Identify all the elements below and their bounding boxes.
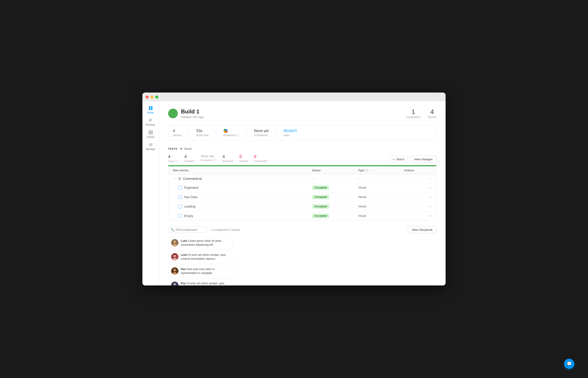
- component-stat: 1 Component: [406, 108, 421, 119]
- stories-stat: 4 Stories: [428, 108, 437, 119]
- denied-count: 0: [240, 154, 248, 159]
- comment-item: Leah Ut enim ad minim veniam, quis nostr…: [168, 251, 232, 263]
- stat-tests: 4 Tests ?: [168, 154, 178, 163]
- empty-label: Empty: [184, 214, 193, 218]
- sidebar-item-manage[interactable]: Manage: [144, 141, 158, 152]
- svg-point-18: [173, 269, 176, 271]
- avatar-luke: [171, 239, 178, 246]
- maximize-button[interactable]: [155, 95, 158, 98]
- manage-icon: [148, 142, 153, 147]
- stories-table: New stories Status Type ? Actions ▾ ⊞ Co…: [168, 166, 437, 221]
- titlebar: [142, 93, 446, 101]
- meta-buildtime-value: 53s: [196, 129, 208, 133]
- minimize-button[interactable]: [150, 95, 153, 98]
- svg-point-12: [173, 241, 176, 243]
- close-button[interactable]: [146, 95, 149, 98]
- storybook-left: 🔍 1 component 4 stories: [168, 227, 240, 233]
- comment-text-poe: Poe Ut enim ad minim veniam, quis nostru…: [181, 282, 230, 285]
- view-changes-button[interactable]: View changes: [410, 156, 437, 163]
- meta-stories-value: 4: [173, 129, 181, 133]
- story-icon: [178, 195, 182, 199]
- build-stats-right: 1 Component 4 Stories: [406, 108, 437, 119]
- main-content: Build 1 Initiated 15m ago 1 Component 4 …: [159, 101, 446, 285]
- app-body: Builds Reviews: [142, 101, 446, 285]
- table-row: Empty Accepted Visual ↩: [168, 211, 436, 220]
- tests-actions: ✓: Batch View changes: [389, 156, 437, 163]
- row-loading-name: Loading: [173, 205, 312, 208]
- search-icon: 🔍: [171, 228, 174, 231]
- commit-link[interactable]: 05c6a7f: [283, 129, 297, 133]
- svg-rect-4: [149, 131, 150, 132]
- check-action-icon[interactable]: ↩: [429, 195, 432, 199]
- svg-rect-0: [149, 106, 150, 108]
- check-action-icon[interactable]: ↩: [429, 186, 432, 189]
- tests-header: TESTS 👁 Visual: [168, 147, 437, 151]
- build-subtitle: Initiated 15m ago: [181, 115, 204, 119]
- sidebar-item-reviews[interactable]: Reviews: [144, 116, 158, 127]
- storybook-section: 🔍 1 component 4 stories View Storybook: [168, 226, 437, 285]
- meta-ui-reviews: None yet UI Reviews: [254, 129, 276, 137]
- batch-button[interactable]: ✓: Batch: [389, 156, 408, 162]
- build-title: Build 1: [181, 108, 204, 115]
- browsers-info-icon[interactable]: ?: [236, 134, 239, 137]
- check-icon[interactable]: ✓: [429, 177, 432, 180]
- table-row: Has Data Accepted Visual ↩: [168, 192, 436, 202]
- sidebar-item-library[interactable]: Library: [144, 128, 158, 140]
- view-mode-label: Visual: [184, 147, 191, 150]
- loading-status: Accepted: [312, 204, 358, 209]
- svg-point-21: [173, 283, 176, 285]
- sidebar-item-builds[interactable]: Builds: [144, 104, 158, 115]
- paginated-actions: ↩: [404, 186, 432, 189]
- type-info-icon[interactable]: ?: [365, 169, 369, 172]
- row-hasdata-name: Has Data: [173, 195, 312, 199]
- meta-buildtime-label: Build time: [196, 134, 208, 137]
- avatar-leah: [171, 253, 178, 260]
- comment-text-han: Han Duis aute irure dolor in reprehender…: [181, 267, 230, 275]
- meta-bar: 4 Stories 53s Build time Browsers ? N: [168, 125, 437, 141]
- meta-browsers-value: [223, 129, 239, 133]
- ancestors-value: None yet: [201, 154, 216, 158]
- chat-bubble-button[interactable]: 💬: [564, 359, 574, 369]
- table-row: Paginated Accepted Visual ↩: [168, 183, 436, 192]
- stat-denied: 0 Denied: [240, 154, 248, 162]
- loading-label: Loading: [184, 205, 195, 208]
- search-input[interactable]: [176, 228, 205, 231]
- denied-label: Denied: [240, 160, 248, 162]
- check-action-icon[interactable]: ↩: [429, 214, 432, 218]
- view-storybook-button[interactable]: View Storybook: [408, 226, 437, 233]
- hasdata-status: Accepted: [312, 195, 358, 199]
- sidebar: Builds Reviews: [142, 101, 159, 285]
- tests-info-icon[interactable]: ?: [175, 160, 178, 163]
- meta-build-time: 53s Build time: [196, 129, 216, 137]
- table-header: New stories Status Type ? Actions: [168, 166, 436, 175]
- avatar-poe: [171, 282, 178, 285]
- loading-actions: ↩: [404, 205, 432, 208]
- comment-item: Han Duis aute irure dolor in reprehender…: [168, 265, 232, 278]
- chevron-down-icon[interactable]: ▾: [173, 177, 176, 180]
- accepted-count: 4: [223, 154, 233, 159]
- col-name: New stories: [173, 169, 312, 172]
- chrome-icon: [223, 129, 228, 133]
- loading-type: Visual: [358, 205, 404, 208]
- build-title-area: Build 1 Initiated 15m ago: [168, 108, 204, 119]
- library-icon: [148, 130, 153, 135]
- row-empty-name: Empty: [173, 214, 312, 218]
- stories-number: 4: [428, 108, 437, 116]
- component-label: Component: [406, 116, 421, 119]
- reviews-label: Reviews: [146, 123, 155, 126]
- meta-commit: 05c6a7f main: [283, 129, 297, 137]
- empty-type: Visual: [358, 214, 404, 217]
- app-window: Builds Reviews: [142, 93, 446, 285]
- check-action-icon[interactable]: ↩: [429, 205, 432, 208]
- ancestors-info-icon[interactable]: ?: [213, 159, 216, 162]
- avatar-han: [171, 267, 178, 275]
- story-icon: [178, 205, 182, 208]
- stat-ancestors: None yet Ancestors ?: [201, 154, 216, 162]
- tests-stats-row: 4 Tests ? 4 Changes None yet Ancestors ?: [168, 154, 437, 163]
- meta-uireviews-label: UI Reviews: [254, 134, 269, 137]
- paginated-type: Visual: [358, 186, 404, 189]
- comment-list-preview: Luke Lorem ipsum dolor sit amet, consect…: [168, 237, 232, 285]
- ancestors-label: Ancestors ?: [201, 159, 216, 162]
- hasdata-type: Visual: [358, 195, 404, 199]
- story-icon: [178, 214, 182, 218]
